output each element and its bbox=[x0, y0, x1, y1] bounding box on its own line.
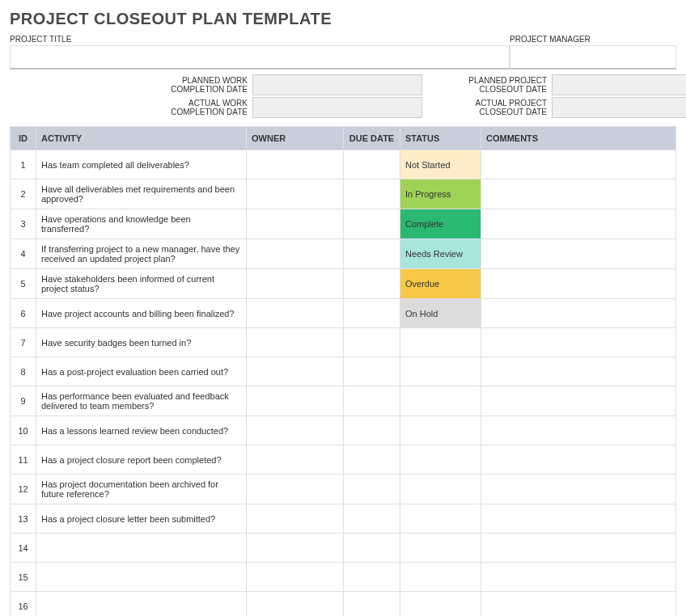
table-row: 2Have all deliverables met requirements … bbox=[11, 179, 676, 209]
col-status: STATUS bbox=[400, 127, 481, 150]
cell-comments[interactable] bbox=[481, 239, 676, 269]
cell-owner[interactable] bbox=[247, 328, 344, 357]
cell-owner[interactable] bbox=[247, 269, 344, 299]
table-row: 8Has a post-project evaluation been carr… bbox=[11, 357, 676, 386]
cell-id: 11 bbox=[11, 445, 36, 475]
cell-comments[interactable] bbox=[481, 592, 676, 617]
cell-comments[interactable] bbox=[481, 269, 676, 299]
cell-comments[interactable] bbox=[481, 209, 676, 239]
cell-activity[interactable]: Has a project closure report been comple… bbox=[36, 445, 247, 475]
cell-status[interactable] bbox=[400, 328, 481, 357]
cell-activity[interactable]: Have security badges been turned in? bbox=[36, 328, 247, 357]
cell-status[interactable] bbox=[400, 563, 481, 592]
cell-due[interactable] bbox=[344, 150, 400, 179]
cell-comments[interactable] bbox=[481, 150, 676, 179]
cell-due[interactable] bbox=[344, 504, 400, 534]
cell-due[interactable] bbox=[344, 209, 400, 239]
planned-closeout-label: PLANNED PROJECT CLOSEOUT DATE bbox=[430, 74, 552, 95]
cell-comments[interactable] bbox=[481, 357, 676, 386]
cell-due[interactable] bbox=[344, 534, 400, 563]
cell-owner[interactable] bbox=[247, 209, 344, 239]
cell-id: 4 bbox=[11, 239, 36, 269]
cell-status[interactable] bbox=[400, 357, 481, 386]
cell-status[interactable] bbox=[400, 475, 481, 504]
cell-activity[interactable]: Has a project closure letter been submit… bbox=[36, 504, 247, 534]
cell-owner[interactable] bbox=[247, 357, 344, 386]
cell-comments[interactable] bbox=[481, 445, 676, 475]
cell-activity[interactable]: Have stakeholders been informed of curre… bbox=[36, 269, 247, 299]
cell-id: 3 bbox=[11, 209, 36, 239]
cell-owner[interactable] bbox=[247, 592, 344, 617]
cell-status[interactable]: Overdue bbox=[400, 269, 481, 299]
cell-activity[interactable]: Have project accounts and billing been f… bbox=[36, 299, 247, 328]
planned-work-input[interactable] bbox=[252, 74, 422, 95]
project-manager-input[interactable] bbox=[510, 45, 676, 70]
cell-comments[interactable] bbox=[481, 179, 676, 209]
cell-owner[interactable] bbox=[247, 239, 344, 269]
col-id: ID bbox=[11, 127, 36, 150]
cell-status[interactable]: On Hold bbox=[400, 299, 481, 328]
actual-closeout-input[interactable] bbox=[552, 97, 686, 118]
cell-activity[interactable]: Has a post-project evaluation been carri… bbox=[36, 357, 247, 386]
cell-comments[interactable] bbox=[481, 563, 676, 592]
cell-status[interactable]: Complete bbox=[400, 209, 481, 239]
cell-due[interactable] bbox=[344, 475, 400, 504]
cell-activity[interactable]: Has a lessons learned review been conduc… bbox=[36, 416, 247, 445]
cell-due[interactable] bbox=[344, 239, 400, 269]
planned-closeout-input[interactable] bbox=[552, 74, 686, 95]
cell-comments[interactable] bbox=[481, 299, 676, 328]
cell-due[interactable] bbox=[344, 563, 400, 592]
cell-owner[interactable] bbox=[247, 299, 344, 328]
cell-activity[interactable]: Have all deliverables met requirements a… bbox=[36, 179, 247, 209]
cell-comments[interactable] bbox=[481, 328, 676, 357]
cell-owner[interactable] bbox=[247, 504, 344, 534]
cell-due[interactable] bbox=[344, 179, 400, 209]
cell-status[interactable] bbox=[400, 534, 481, 563]
cell-activity[interactable] bbox=[36, 563, 247, 592]
cell-owner[interactable] bbox=[247, 150, 344, 179]
table-row: 16 bbox=[11, 592, 676, 617]
cell-status[interactable] bbox=[400, 386, 481, 416]
cell-owner[interactable] bbox=[247, 179, 344, 209]
table-row: 4If transferring project to a new manage… bbox=[11, 239, 676, 269]
cell-due[interactable] bbox=[344, 445, 400, 475]
cell-comments[interactable] bbox=[481, 534, 676, 563]
cell-activity[interactable] bbox=[36, 592, 247, 617]
cell-owner[interactable] bbox=[247, 475, 344, 504]
cell-status[interactable]: Needs Review bbox=[400, 239, 481, 269]
cell-activity[interactable]: Have operations and knowledge been trans… bbox=[36, 209, 247, 239]
cell-due[interactable] bbox=[344, 592, 400, 617]
cell-status[interactable] bbox=[400, 416, 481, 445]
cell-activity[interactable]: Has performance been evaluated and feedb… bbox=[36, 386, 247, 416]
cell-activity[interactable]: Has project documentation been archived … bbox=[36, 475, 247, 504]
actual-work-input[interactable] bbox=[252, 97, 422, 118]
cell-owner[interactable] bbox=[247, 563, 344, 592]
cell-status[interactable] bbox=[400, 445, 481, 475]
table-row: 12Has project documentation been archive… bbox=[11, 475, 676, 504]
cell-activity[interactable] bbox=[36, 534, 247, 563]
cell-owner[interactable] bbox=[247, 534, 344, 563]
cell-comments[interactable] bbox=[481, 475, 676, 504]
cell-status[interactable] bbox=[400, 504, 481, 534]
cell-comments[interactable] bbox=[481, 504, 676, 534]
cell-due[interactable] bbox=[344, 299, 400, 328]
cell-activity[interactable]: If transferring project to a new manager… bbox=[36, 239, 247, 269]
project-title-input[interactable] bbox=[10, 45, 510, 70]
col-due: DUE DATE bbox=[344, 127, 400, 150]
cell-comments[interactable] bbox=[481, 386, 676, 416]
cell-activity[interactable]: Has team completed all deliverables? bbox=[36, 150, 247, 179]
cell-status[interactable] bbox=[400, 592, 481, 617]
cell-due[interactable] bbox=[344, 328, 400, 357]
cell-due[interactable] bbox=[344, 386, 400, 416]
cell-owner[interactable] bbox=[247, 416, 344, 445]
cell-due[interactable] bbox=[344, 269, 400, 299]
cell-comments[interactable] bbox=[481, 416, 676, 445]
cell-id: 1 bbox=[11, 150, 36, 179]
cell-owner[interactable] bbox=[247, 445, 344, 475]
cell-due[interactable] bbox=[344, 357, 400, 386]
cell-status[interactable]: Not Started bbox=[400, 150, 481, 179]
table-row: 10Has a lessons learned review been cond… bbox=[11, 416, 676, 445]
cell-owner[interactable] bbox=[247, 386, 344, 416]
cell-due[interactable] bbox=[344, 416, 400, 445]
cell-status[interactable]: In Progress bbox=[400, 179, 481, 209]
